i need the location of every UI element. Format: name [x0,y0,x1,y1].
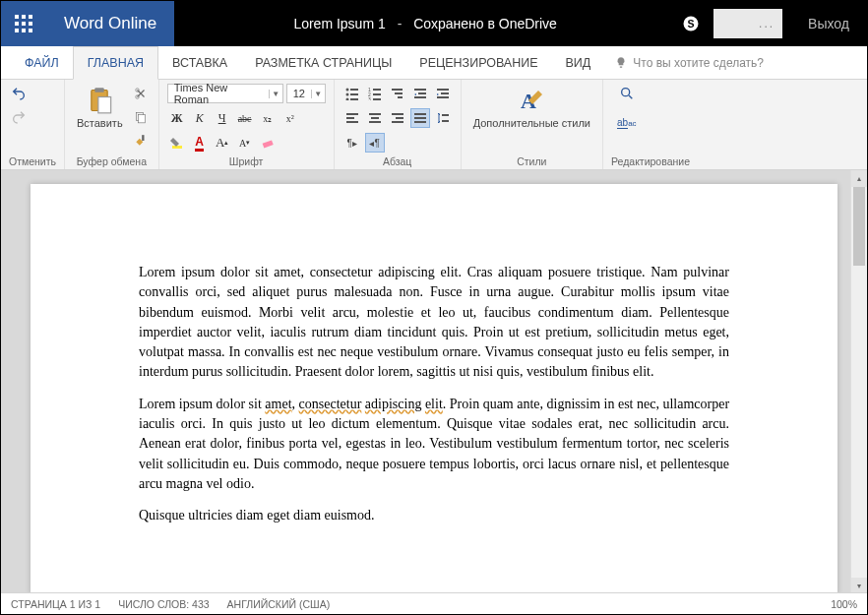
app-launcher-button[interactable] [1,1,46,46]
skype-button[interactable]: S [676,15,706,32]
svg-rect-46 [371,117,379,119]
subscript-button[interactable]: x₂ [258,108,278,128]
bullets-button[interactable] [342,84,362,103]
svg-rect-18 [142,135,144,141]
status-bar: СТРАНИЦА 1 ИЗ 1 ЧИСЛО СЛОВ: 433 АНГЛИЙСК… [1,592,867,614]
outdent-button[interactable] [410,84,430,103]
align-left-button[interactable] [342,108,362,128]
italic-button[interactable]: К [190,108,210,128]
paragraph-2[interactable]: Lorem ipsum dolor sit amet, consectetur … [139,395,729,494]
numbering-icon: 123 [368,87,382,100]
page-count[interactable]: СТРАНИЦА 1 ИЗ 1 [11,598,100,610]
tab-home[interactable]: ГЛАВНАЯ [73,46,158,80]
align-center-icon [368,111,382,125]
user-menu[interactable]: ... [713,9,782,38]
group-editing: abac Редактирование [603,80,698,169]
svg-point-23 [345,93,348,96]
numbering-button[interactable]: 123 [365,84,385,103]
paragraph-3[interactable]: Quisque ultricies diam eget diam euismod… [139,506,729,525]
redo-button[interactable] [9,107,29,127]
svg-rect-35 [398,96,403,98]
replace-button[interactable]: abac [617,113,637,133]
app-name[interactable]: Word Online [46,1,174,46]
svg-rect-30 [373,93,381,95]
styles-label: Дополнительные стили [473,117,590,129]
svg-rect-2 [29,15,32,19]
tab-layout[interactable]: РАЗМЕТКА СТРАНИЦЫ [241,46,405,80]
zoom-level[interactable]: 100% [831,598,857,610]
paste-label: Вставить [77,117,123,129]
font-name-combo[interactable]: Times New Roman▼ [167,84,283,103]
document-area: Lorem ipsum dolor sit amet, consectetur … [1,170,867,594]
align-justify-button[interactable] [410,108,430,128]
rtl-button[interactable]: ◂¶ [365,133,385,153]
document-name[interactable]: Lorem Ipsum 1 [293,16,385,31]
svg-rect-47 [369,121,381,123]
vertical-scrollbar[interactable]: ▴ ▾ [850,170,867,594]
indent-icon [436,87,450,100]
highlight-icon [170,136,184,150]
undo-button[interactable] [9,84,29,103]
word-count[interactable]: ЧИСЛО СЛОВ: 433 [118,598,209,610]
grow-font-button[interactable]: A▴ [213,133,232,153]
superscript-button[interactable]: x² [280,108,300,128]
group-font: Times New Roman▼ 12▼ Ж К Ч abc x₂ x² A A… [159,80,335,169]
paste-icon [86,86,113,115]
tab-file[interactable]: ФАЙЛ [11,46,73,80]
find-button[interactable] [619,84,635,103]
multilevel-button[interactable] [388,84,407,103]
ribbon-tabs: ФАЙЛ ГЛАВНАЯ ВСТАВКА РАЗМЕТКА СТРАНИЦЫ Р… [1,46,867,80]
copy-icon [134,110,148,124]
strike-button[interactable]: abc [235,108,255,128]
svg-rect-52 [414,117,426,119]
align-center-button[interactable] [365,108,385,128]
svg-rect-48 [392,113,403,115]
copy-button[interactable] [131,107,151,127]
align-right-button[interactable] [388,108,407,128]
ltr-button[interactable]: ¶▸ [342,133,362,153]
svg-point-25 [345,98,348,101]
tell-me-search[interactable]: Что вы хотите сделать? [614,56,764,70]
group-paragraph-label: Абзац [342,154,453,167]
svg-rect-13 [98,97,111,113]
multilevel-icon [391,87,404,100]
svg-rect-40 [441,92,449,94]
bold-button[interactable]: Ж [167,108,187,128]
underline-button[interactable]: Ч [213,108,232,128]
scroll-thumb[interactable] [853,187,865,266]
line-spacing-button[interactable] [433,108,453,128]
waffle-icon [15,15,32,32]
font-color-button[interactable]: A [190,133,210,153]
tab-review[interactable]: РЕЦЕНЗИРОВАНИЕ [405,46,551,80]
svg-rect-37 [418,92,426,94]
svg-rect-49 [396,117,403,119]
group-clipboard: Вставить Буфер обмена [65,80,159,169]
replace-icon: ab [617,117,628,129]
highlight-button[interactable] [167,133,187,153]
tab-view[interactable]: ВИД [552,46,605,80]
group-clipboard-label: Буфер обмена [73,154,151,167]
svg-rect-50 [392,121,403,123]
align-right-icon [391,111,404,125]
language[interactable]: АНГЛИЙСКИЙ (США) [227,598,331,610]
document-title-area: Lorem Ipsum 1 - Сохранено в OneDrive [174,16,676,31]
svg-rect-44 [346,121,358,123]
logout-link[interactable]: Выход [790,16,867,31]
indent-button[interactable] [433,84,453,103]
clear-format-button[interactable] [258,133,278,153]
shrink-font-button[interactable]: A▾ [235,133,255,153]
page[interactable]: Lorem ipsum dolor sit amet, consectetur … [31,184,837,594]
group-editing-label: Редактирование [611,154,690,167]
align-left-icon [345,111,359,125]
tab-insert[interactable]: ВСТАВКА [158,46,241,80]
font-size-combo[interactable]: 12▼ [286,84,326,103]
group-styles: A Дополнительные стили Стили [462,80,603,169]
paragraph-1[interactable]: Lorem ipsum dolor sit amet, consectetur … [139,263,729,383]
svg-point-21 [345,89,348,92]
paste-button[interactable]: Вставить [73,84,127,131]
styles-button[interactable]: A Дополнительные стили [469,84,594,131]
find-icon [619,86,635,101]
scroll-up-button[interactable]: ▴ [851,170,867,187]
cut-button[interactable] [131,84,151,103]
format-painter-button[interactable] [131,131,151,151]
